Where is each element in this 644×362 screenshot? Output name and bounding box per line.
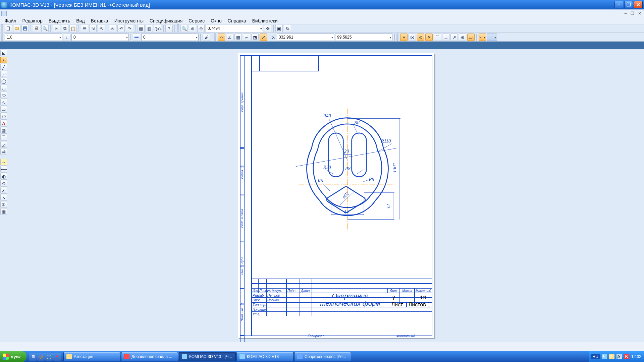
text-tool[interactable]: A (0, 120, 7, 127)
point-tool[interactable]: • (0, 57, 7, 63)
aux-line-tool[interactable]: ⋰ (0, 71, 7, 77)
tray-icon[interactable]: ✦ (602, 354, 607, 359)
style-input[interactable] (143, 35, 194, 40)
grip-icon[interactable] (1, 33, 3, 41)
new-button[interactable] (5, 25, 12, 32)
menu-spec[interactable]: Спецификация (147, 17, 185, 24)
undo-button[interactable]: ↶ (117, 25, 125, 32)
step-input[interactable] (7, 35, 57, 40)
redo-button[interactable]: ↷ (126, 25, 133, 32)
vars-button[interactable]: f(x) (154, 25, 161, 32)
leader-tool[interactable]: ↘ (0, 194, 7, 201)
ellipse-tool[interactable]: ⬭ (0, 92, 7, 99)
radial-dim-tool[interactable]: ◐ (0, 173, 7, 180)
style-combo[interactable] (141, 34, 199, 41)
table-tool[interactable]: ▦ (0, 208, 7, 215)
chamfer-tool[interactable]: ◿ (0, 141, 7, 148)
minimize-button[interactable]: – (614, 1, 623, 8)
ql-desktop-icon[interactable]: 🖥 (29, 353, 37, 361)
rect-tool[interactable]: ▭ (0, 106, 7, 113)
taskbar-task[interactable]: КОМПАС-3D V13 (236, 352, 293, 361)
lang-indicator[interactable]: RU (591, 354, 600, 359)
save-button[interactable] (21, 25, 29, 32)
brush-button[interactable]: 🖌 (203, 34, 210, 41)
step-lock-button[interactable]: ↕ (63, 34, 70, 41)
properties-button[interactable]: ☰ (81, 25, 88, 32)
taskbar-task[interactable]: Добавление файла ... (121, 352, 178, 361)
grip-icon[interactable] (1, 24, 3, 33)
geometry-tab[interactable]: ◣ (0, 50, 7, 56)
spline-tool[interactable]: ∿ (0, 99, 7, 106)
menu-insert[interactable]: Вставка (88, 17, 111, 24)
menu-help[interactable]: Справка (225, 17, 249, 24)
redraw-button[interactable]: ↻ (284, 25, 291, 32)
zoom-combo[interactable] (206, 25, 263, 32)
taskbar-task[interactable]: Сопряжение.doc [Ре... (294, 352, 351, 361)
manager-button[interactable]: ▦ (137, 25, 145, 32)
grid-button[interactable]: ▦ (234, 34, 242, 41)
arc-tool[interactable]: ◡ (0, 85, 7, 92)
style-preview[interactable] (133, 34, 140, 41)
paste-props-button[interactable]: ⇱ (98, 25, 105, 32)
zoom-window-button[interactable]: 🔍 (180, 25, 188, 32)
menu-edit[interactable]: Редактор (19, 17, 45, 24)
ql-mail-icon[interactable]: ◯ (45, 353, 53, 361)
snap-toggle-button[interactable]: 〰 (218, 34, 225, 41)
snap-nearest-button[interactable]: ↗ (450, 34, 458, 41)
snap-point-button[interactable]: ▱ (467, 34, 475, 41)
grip-icon[interactable] (177, 24, 179, 33)
angle-dim-tool[interactable]: ∡ (0, 187, 7, 194)
copy-props-button[interactable]: ⇲ (89, 25, 97, 32)
tray-volume-icon[interactable]: 🔊 (616, 354, 622, 359)
pan-button[interactable]: ✥ (264, 25, 271, 32)
print-button[interactable] (33, 25, 40, 32)
zoom-input[interactable] (208, 26, 258, 31)
angle-snap-button[interactable]: ∠ (226, 34, 233, 41)
snap-end-button[interactable]: ✶ (400, 34, 408, 41)
preview-button[interactable]: 🔍 (41, 25, 49, 32)
cancel-button[interactable]: ⎋ (109, 25, 116, 32)
snap-intersect-button[interactable]: ✕ (425, 34, 433, 41)
taskbar-task[interactable]: КОМПАС-3D V13 - [Ч... (179, 352, 236, 361)
ql-browser-icon[interactable]: ◎ (37, 353, 45, 361)
paste-button[interactable]: 📋 (69, 25, 77, 32)
linear-dim-tool[interactable]: ⟷ (0, 166, 7, 173)
ql-yandex-icon[interactable]: Y (53, 353, 61, 361)
zoom-fit-button[interactable]: ▣ (275, 25, 283, 32)
close-button[interactable]: ✕ (634, 1, 643, 8)
tray-icon[interactable]: ⚙ (609, 354, 614, 359)
open-button[interactable] (13, 25, 20, 32)
maximize-button[interactable]: ❐ (624, 1, 633, 8)
angle-input[interactable] (73, 35, 124, 40)
zoom-out-button[interactable]: ⊖ (197, 25, 205, 32)
drawing-canvas[interactable]: Перв. примен.Справ. № Подп. и датаИнв. №… (8, 49, 644, 342)
step-combo[interactable] (5, 34, 62, 41)
menu-tools[interactable]: Инструменты (112, 17, 146, 24)
tray-av-icon[interactable]: K (624, 354, 629, 359)
cut-button[interactable]: ✂ (53, 25, 60, 32)
taskbar-task[interactable]: Атестация (63, 352, 120, 361)
start-button[interactable]: пуск (0, 351, 26, 362)
snap-settings-button[interactable]: 〰▾ (479, 34, 486, 41)
tray-clock[interactable]: 12:32 (631, 354, 641, 359)
snap-perp-button[interactable]: ⊥ (442, 34, 449, 41)
snap-center-button[interactable]: ⊙ (417, 34, 424, 41)
diam-dim-tool[interactable]: ⊘ (0, 180, 7, 187)
balloon-tool[interactable]: ① (0, 201, 7, 208)
dimension-tab[interactable]: ↔ (0, 159, 7, 166)
angle-combo[interactable] (71, 34, 129, 41)
grip-icon[interactable] (396, 33, 398, 41)
menu-window[interactable]: Окно (208, 17, 224, 24)
grip-icon[interactable] (214, 33, 216, 41)
menu-view[interactable]: Вид (73, 17, 87, 24)
snap-grid-button[interactable]: ⊕ (459, 34, 466, 41)
menu-service[interactable]: Сервис (186, 17, 207, 24)
snap-mid-button[interactable]: ⋈ (409, 34, 416, 41)
fillet-tool[interactable]: ⌒ (0, 134, 7, 141)
copy-button[interactable]: ⧉ (61, 25, 68, 32)
line-tool[interactable]: ╱ (0, 64, 7, 70)
hatch-tool[interactable]: ▨ (0, 127, 7, 134)
circle-tool[interactable]: ◯ (0, 78, 7, 84)
menu-libs[interactable]: Библиотеки (250, 17, 280, 24)
zoom-in-button[interactable]: ⊕ (189, 25, 196, 32)
